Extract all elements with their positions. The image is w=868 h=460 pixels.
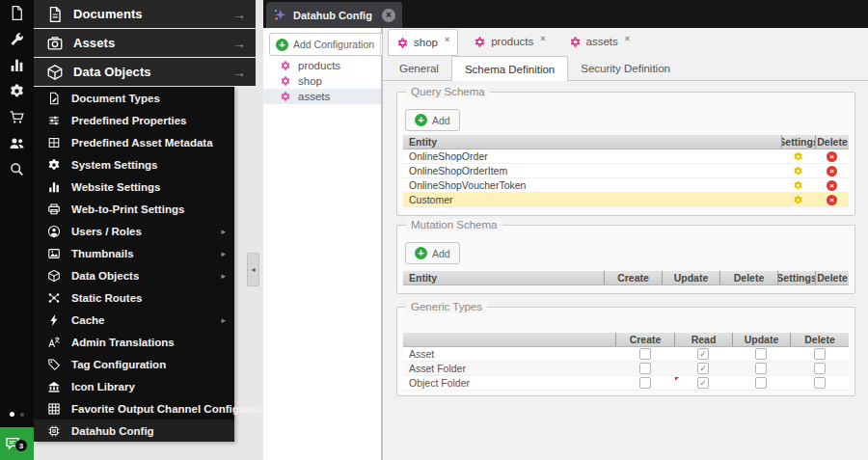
subtab-security-definition[interactable]: Security Definition — [568, 56, 683, 81]
subtab-label: Schema Definition — [465, 64, 555, 75]
config-tab-shop[interactable]: shop × — [388, 29, 458, 56]
table-row[interactable]: Asset ✓ — [403, 347, 849, 362]
network-icon — [47, 291, 61, 305]
iconbar-tools-button[interactable] — [0, 26, 34, 52]
mutation-schema-legend: Mutation Schema — [406, 219, 502, 231]
hexagram-icon — [474, 36, 486, 48]
checkbox-asset-folder-update[interactable] — [755, 363, 767, 374]
checkbox-asset-folder-read[interactable]: ✓ — [697, 363, 709, 374]
table-row[interactable]: Customer × — [403, 193, 849, 207]
dirty-cell-marker — [675, 377, 679, 381]
chat-button[interactable]: 3 — [0, 427, 34, 460]
menu-item-thumbnails[interactable]: Thumbnails ▸ — [34, 242, 234, 264]
entity-cell: Customer — [403, 193, 781, 206]
checkbox-object-folder-update[interactable] — [755, 377, 767, 389]
menu-item-web-to-print-settings[interactable]: Web-to-Print Settings — [34, 198, 234, 220]
menu-item-data-objects[interactable]: Data Objects ▸ — [34, 264, 234, 286]
query-schema-add-button[interactable]: + Add — [405, 109, 460, 131]
menu-item-favorite-output-channel-configurations[interactable]: Favorite Output Channel Configurations — [34, 397, 234, 419]
menu-item-admin-translations[interactable]: Admin Translations — [34, 331, 234, 353]
tag-icon — [47, 358, 61, 371]
image-icon — [47, 247, 61, 260]
iconbar-reports-button[interactable] — [0, 52, 34, 78]
subtab-label: General — [399, 63, 439, 74]
app-icon-bar: 3 — [0, 0, 34, 460]
generic-types-fieldset: Generic Types CreateReadUpdateDelete Ass… — [396, 307, 855, 396]
menu-item-website-settings[interactable]: Website Settings — [34, 176, 234, 198]
nav-header-assets[interactable]: Assets → — [34, 29, 256, 57]
delete-icon[interactable]: × — [827, 180, 837, 191]
checkbox-object-folder-delete[interactable] — [814, 377, 826, 389]
menu-item-datahub-config[interactable]: Datahub Config — [34, 419, 234, 442]
menu-item-icon-library[interactable]: Icon Library — [34, 375, 234, 397]
table-row[interactable]: Object Folder ✓ — [403, 376, 849, 391]
checkbox-asset-update[interactable] — [755, 348, 767, 360]
close-icon[interactable]: × — [625, 35, 630, 43]
query-schema-fieldset: Query Schema + Add EntitySettingsDelete … — [396, 92, 855, 216]
menu-item-label: Static Routes — [71, 292, 226, 304]
menu-item-static-routes[interactable]: Static Routes — [34, 286, 234, 309]
table-row[interactable]: OnlineShopVoucherToken × — [403, 178, 849, 193]
menu-item-cache[interactable]: Cache ▸ — [34, 309, 234, 331]
close-icon[interactable]: × — [540, 35, 545, 43]
generic-types-table: CreateReadUpdateDelete Asset ✓ Asset Fol… — [403, 333, 849, 391]
sliders-icon — [47, 114, 61, 127]
settings-gear-icon[interactable] — [793, 166, 803, 176]
menu-item-label: Document Types — [71, 93, 226, 104]
editor-panel: shop × products × assets × General Schem… — [382, 28, 868, 460]
settings-gear-icon[interactable] — [793, 151, 803, 162]
iconbar-settings-button[interactable] — [0, 78, 34, 104]
tree-item-products[interactable]: products — [263, 58, 381, 73]
add-configuration-button[interactable]: + Add Configuration ▼ — [269, 33, 397, 56]
hexagram-icon — [569, 36, 582, 48]
plus-icon: + — [415, 114, 427, 126]
camera-icon — [46, 35, 64, 52]
iconbar-users-button[interactable] — [0, 130, 34, 156]
add-label: Add — [432, 248, 450, 259]
checkbox-asset-create[interactable] — [639, 348, 651, 360]
delete-icon[interactable]: × — [827, 195, 837, 205]
column-header-update: Update — [662, 271, 719, 284]
mutation-schema-table: EntityCreateUpdateDeleteSettingsDelete — [403, 271, 849, 285]
checkbox-asset-read[interactable]: ✓ — [697, 348, 709, 360]
checkbox-asset-folder-delete[interactable] — [814, 363, 826, 374]
checkbox-object-folder-read[interactable]: ✓ — [697, 377, 709, 389]
nav-header-documents[interactable]: Documents → — [34, 0, 256, 28]
type-label-cell: Object Folder — [403, 376, 615, 390]
config-tab-assets[interactable]: assets × — [561, 29, 638, 56]
iconbar-documents-button[interactable] — [0, 0, 34, 26]
nav-header-data-objects[interactable]: Data Objects → — [34, 58, 256, 86]
table-row[interactable]: OnlineShopOrder × — [403, 149, 849, 164]
table-row[interactable]: OnlineShopOrderItem × — [403, 164, 849, 178]
meta-icon — [47, 136, 61, 149]
checkbox-asset-delete[interactable] — [814, 348, 826, 360]
settings-gear-icon[interactable] — [793, 180, 803, 191]
menu-item-users-roles[interactable]: Users / Roles ▸ — [34, 220, 234, 242]
table-row[interactable]: Asset Folder ✓ — [403, 362, 849, 376]
close-icon[interactable]: × — [382, 9, 395, 22]
subtab-schema-definition[interactable]: Schema Definition — [451, 56, 568, 81]
sparkle-icon — [273, 8, 287, 22]
delete-icon[interactable]: × — [827, 166, 837, 176]
delete-icon[interactable]: × — [827, 151, 837, 162]
tree-item-label: assets — [298, 91, 330, 102]
menu-item-tag-configuration[interactable]: Tag Configuration — [34, 353, 234, 375]
menu-item-document-types[interactable]: Document Types — [34, 87, 234, 109]
iconbar-ecommerce-button[interactable] — [0, 104, 34, 130]
menu-item-predefined-properties[interactable]: Predefined Properties — [34, 109, 234, 131]
checkbox-object-folder-create[interactable] — [639, 377, 651, 389]
panel-collapse-handle[interactable]: ◂ — [247, 253, 259, 286]
tree-item-shop[interactable]: shop — [263, 73, 381, 89]
settings-gear-icon[interactable] — [793, 195, 803, 205]
mutation-schema-add-button[interactable]: + Add — [405, 242, 460, 264]
subtab-general[interactable]: General — [387, 56, 451, 81]
menu-item-predefined-asset-metadata[interactable]: Predefined Asset Metadata — [34, 131, 234, 153]
config-tab-products[interactable]: products × — [466, 29, 553, 56]
iconbar-search-button[interactable] — [0, 156, 34, 182]
workspace-tab-datahub-config[interactable]: Datahub Config × — [266, 2, 402, 28]
tree-item-assets[interactable]: assets — [263, 89, 381, 104]
checkbox-asset-folder-create[interactable] — [639, 363, 651, 374]
menu-item-system-settings[interactable]: System Settings — [34, 153, 234, 176]
menu-item-label: Predefined Asset Metadata — [71, 137, 226, 149]
close-icon[interactable]: × — [445, 36, 449, 44]
